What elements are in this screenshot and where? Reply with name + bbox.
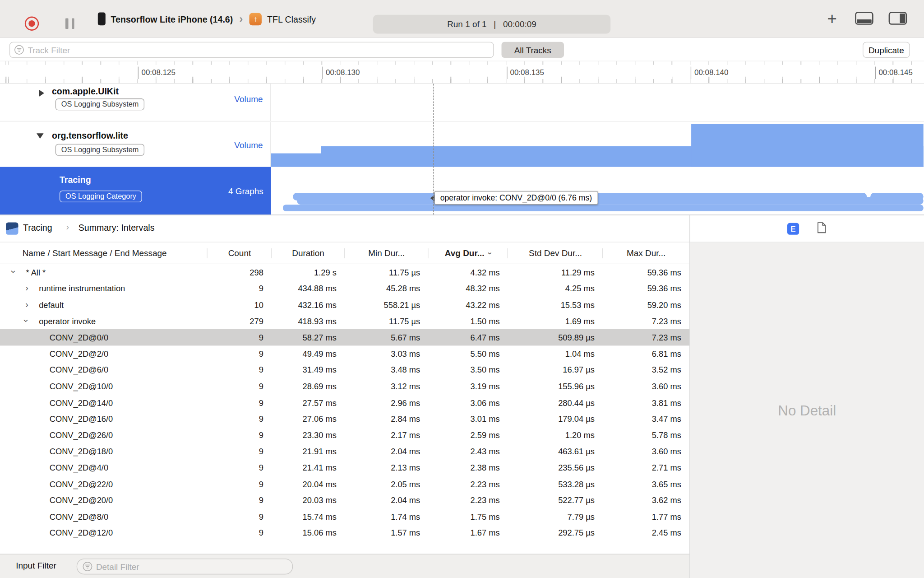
row-value: 58.27 ms	[272, 329, 345, 345]
row-value: 9	[208, 411, 272, 427]
column-header-duration[interactable]: Duration	[272, 242, 345, 264]
run-status: Run 1 of 1 | 00:00:09	[373, 15, 610, 34]
row-value: 49.49 ms	[272, 345, 345, 362]
column-header-avg-dur[interactable]: Avg Dur... ›	[429, 242, 508, 264]
row-value: 2.38 ms	[429, 460, 508, 476]
column-header-min-dur[interactable]: Min Dur...	[345, 242, 428, 264]
row-name: runtime instrumentation	[0, 284, 125, 294]
track-org-tensorflow-lite[interactable]: org.tensorflow.lite OS Logging Subsystem…	[0, 122, 924, 167]
ruler-ticks	[0, 61, 924, 65]
row-value: 558.21 µs	[345, 297, 428, 313]
ruler-timestamp: 00:08.125	[138, 67, 176, 79]
toggle-right-pane-button[interactable]	[889, 12, 907, 25]
timeline-ruler[interactable]: 00:08.12500:08.13000:08.13500:08.14000:0…	[0, 61, 924, 84]
track-stat-label[interactable]: Volume	[234, 140, 263, 150]
table-row[interactable]: CONV_2D@26/0923.30 ms2.17 ms2.59 ms1.20 …	[0, 427, 689, 443]
table-row[interactable]: CONV_2D@14/0927.57 ms2.96 ms3.06 ms280.4…	[0, 394, 689, 410]
row-value: 20.04 ms	[272, 476, 345, 492]
tensorflow-volume-graph[interactable]	[271, 122, 924, 167]
breadcrumb-current[interactable]: Summary: Intervals	[79, 222, 155, 232]
table-row[interactable]: CONV_2D@0/0958.27 ms5.67 ms6.47 ms509.89…	[0, 329, 689, 345]
table-row[interactable]: CONV_2D@6/0931.49 ms3.48 ms3.50 ms16.97 …	[0, 362, 689, 378]
volume-bar	[271, 154, 321, 167]
track-header[interactable]: org.tensorflow.lite OS Logging Subsystem…	[0, 122, 271, 167]
track-stat-label[interactable]: 4 Graphs	[228, 186, 263, 196]
ruler-timestamp: 00:08.135	[507, 67, 544, 79]
disclosure-collapsed-icon[interactable]	[39, 90, 44, 97]
table-row[interactable]: CONV_2D@10/0928.69 ms3.12 ms3.19 ms155.9…	[0, 378, 689, 394]
track-header[interactable]: com.apple.UIKit OS Logging Subsystem Vol…	[0, 84, 271, 121]
row-value: 23.30 ms	[272, 427, 345, 443]
document-icon[interactable]	[817, 222, 826, 236]
duplicate-button[interactable]: Duplicate	[863, 42, 910, 58]
column-header-max-dur[interactable]: Max Dur...	[603, 242, 689, 264]
add-instrument-button[interactable]: +	[823, 8, 841, 29]
uikit-volume-graph[interactable]	[271, 84, 924, 121]
row-value: 235.56 µs	[508, 460, 603, 476]
row-value: 27.57 ms	[272, 394, 345, 410]
table-row[interactable]: CONV_2D@8/0915.74 ms1.74 ms1.75 ms7.79 µ…	[0, 508, 689, 525]
row-value: 2.71 ms	[603, 460, 689, 476]
table-row[interactable]: CONV_2D@4/0921.41 ms2.13 ms2.38 ms235.56…	[0, 460, 689, 476]
all-tracks-button[interactable]: All Tracks	[502, 42, 564, 58]
disclosure-expanded-icon[interactable]: ›	[9, 270, 18, 273]
row-value: 3.52 ms	[603, 362, 689, 378]
disclosure-collapsed-icon[interactable]: ›	[25, 284, 28, 293]
extended-detail-button[interactable]: E	[787, 223, 799, 235]
interval-bar[interactable]	[297, 197, 923, 205]
table-row[interactable]: CONV_2D@2/0949.49 ms3.03 ms5.50 ms1.04 m…	[0, 345, 689, 362]
interval-bar[interactable]	[283, 205, 924, 211]
row-value: 11.29 ms	[508, 264, 603, 280]
table-row[interactable]: CONV_2D@16/0927.06 ms2.84 ms3.01 ms179.0…	[0, 411, 689, 427]
pause-button[interactable]	[65, 18, 74, 29]
row-value: 48.32 ms	[429, 280, 508, 297]
row-value: 280.44 µs	[508, 394, 603, 410]
toggle-bottom-pane-button[interactable]	[855, 12, 873, 25]
row-value: 1.69 ms	[508, 313, 603, 329]
table-row[interactable]: ›operator invoke279418.93 ms11.75 µs1.50…	[0, 313, 689, 329]
tracing-intervals-graph[interactable]: operator invoke: CONV_2D@0/0 (6.76 ms)	[271, 167, 924, 215]
row-value: 155.96 µs	[508, 378, 603, 394]
track-com-apple-uikit[interactable]: com.apple.UIKit OS Logging Subsystem Vol…	[0, 84, 924, 121]
row-value: 1.75 ms	[429, 508, 508, 525]
target-selector[interactable]: Tensorflow Lite iPhone (14.6) › ↑ TFL Cl…	[98, 0, 316, 38]
track-header[interactable]: Tracing OS Logging Category 4 Graphs	[0, 167, 271, 215]
target-device-name[interactable]: Tensorflow Lite iPhone (14.6)	[111, 14, 233, 24]
target-app-name[interactable]: TFL Classify	[267, 14, 316, 24]
table-row[interactable]: CONV_2D@22/0920.04 ms2.05 ms2.23 ms533.2…	[0, 476, 689, 492]
table-row[interactable]: ›* All *2981.29 s11.75 µs4.32 ms11.29 ms…	[0, 264, 689, 280]
table-row[interactable]: CONV_2D@18/0921.91 ms2.04 ms2.43 ms463.6…	[0, 443, 689, 460]
column-header-std-dev-dur[interactable]: Std Dev Dur...	[508, 242, 603, 264]
disclosure-expanded-icon[interactable]	[37, 133, 44, 139]
track-filter-input[interactable]	[28, 45, 493, 55]
row-value: 27.06 ms	[272, 411, 345, 427]
table-row[interactable]: ›runtime instrumentation9434.88 ms45.28 …	[0, 280, 689, 297]
filter-icon	[14, 45, 24, 55]
row-value: 10	[208, 297, 272, 313]
column-header-name[interactable]: Name / Start Message / End Message	[0, 242, 208, 264]
row-value: 2.23 ms	[429, 492, 508, 508]
track-name: com.apple.UIKit	[52, 86, 119, 96]
table-row[interactable]: ›default10432.16 ms558.21 µs43.22 ms15.5…	[0, 297, 689, 313]
row-value: 1.57 ms	[345, 525, 428, 541]
table-row[interactable]: CONV_2D@12/0915.06 ms1.57 ms1.67 ms292.7…	[0, 525, 689, 541]
pane-divider[interactable]	[689, 215, 690, 578]
breadcrumb-root[interactable]: Tracing	[23, 222, 52, 232]
track-tracing-selected[interactable]: Tracing OS Logging Category 4 Graphs ope…	[0, 167, 924, 215]
row-value: 6.81 ms	[603, 345, 689, 362]
column-header-count[interactable]: Count	[208, 242, 272, 264]
track-stat-label[interactable]: Volume	[234, 94, 263, 104]
disclosure-collapsed-icon[interactable]: ›	[25, 300, 28, 309]
track-filter-field[interactable]	[9, 42, 494, 58]
run-status-label: Run 1 of 1 | 00:00:09	[447, 19, 536, 29]
row-value: 2.45 ms	[603, 525, 689, 541]
row-name: CONV_2D@12/0	[0, 528, 113, 537]
row-value: 9	[208, 508, 272, 525]
table-row[interactable]: CONV_2D@20/0920.03 ms2.04 ms2.23 ms522.7…	[0, 492, 689, 508]
detail-filter-field[interactable]	[77, 559, 293, 574]
row-value: 7.23 ms	[603, 313, 689, 329]
detail-filter-input[interactable]	[96, 562, 292, 571]
row-value: 179.04 µs	[508, 411, 603, 427]
disclosure-expanded-icon[interactable]: ›	[23, 319, 32, 322]
record-button[interactable]	[25, 17, 39, 31]
